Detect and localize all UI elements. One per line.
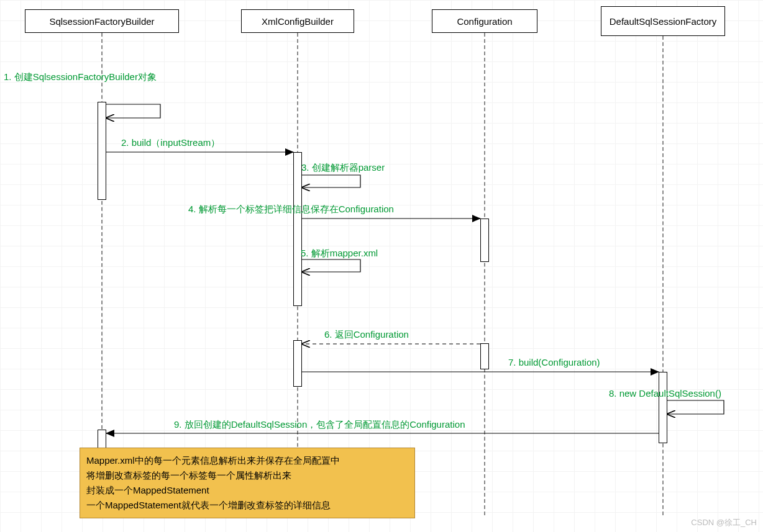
activation-p1-a (98, 102, 106, 200)
arrow-m3 (302, 175, 360, 187)
msg-1-label: 1. 创建SqlsessionFactoryBuilder对象 (4, 71, 157, 83)
note-mapper-xml: Mapper.xml中的每一个元素信息解析出来并保存在全局配置中 将增删改查标签… (80, 448, 415, 518)
lifeline-p3 (484, 33, 485, 515)
activation-p3-a (480, 219, 489, 262)
participant-label: Configuration (457, 16, 512, 27)
msg-5-label: 5. 解析mapper.xml (301, 248, 378, 259)
participant-label: SqlsessionFactoryBuilder (49, 16, 154, 27)
msg-6-label: 6. 返回Configuration (324, 329, 409, 341)
msg-7-label: 7. build(Configuration) (508, 357, 600, 367)
msg-8-label: 8. new DefaultSqlSession() (609, 388, 721, 399)
participant-default-sql-session-factory: DefaultSqlSessionFactory (601, 6, 725, 36)
note-line: Mapper.xml中的每一个元素信息解析出来并保存在全局配置中 (86, 453, 408, 468)
arrow-m1 (106, 104, 160, 118)
participant-configuration: Configuration (432, 9, 537, 33)
arrow-m5 (302, 259, 360, 272)
lifeline-p1 (101, 33, 103, 448)
msg-2-label: 2. build（inputStream） (121, 137, 220, 149)
note-line: 一个MappedStatement就代表一个增删改查标签的详细信息 (86, 498, 408, 513)
note-line: 将增删改查标签的每一个标签每一个属性解析出来 (86, 468, 408, 483)
participant-sqlsession-factory-builder: SqlsessionFactoryBuilder (25, 9, 179, 33)
lifeline-p4 (662, 36, 664, 515)
activation-p4-a (659, 372, 667, 443)
participant-xml-config-builder: XmlConfigBuilder (241, 9, 354, 33)
watermark: CSDN @徐工_CH (691, 517, 757, 528)
participant-label: DefaultSqlSessionFactory (610, 16, 717, 27)
activation-p3-b (480, 343, 489, 369)
note-line: 封装成一个MappedStatement (86, 483, 408, 498)
msg-4-label: 4. 解析每一个标签把详细信息保存在Configuration (188, 204, 394, 215)
activation-p2-b (293, 340, 302, 387)
arrow-m8 (667, 400, 724, 414)
msg-9-label: 9. 放回创建的DefaultSqlSession，包含了全局配置信息的Conf… (174, 419, 465, 431)
activation-p1-b (98, 430, 106, 448)
msg-3-label: 3. 创建解析器parser (301, 162, 385, 174)
participant-label: XmlConfigBuilder (262, 16, 334, 27)
activation-p2-a (293, 152, 302, 306)
